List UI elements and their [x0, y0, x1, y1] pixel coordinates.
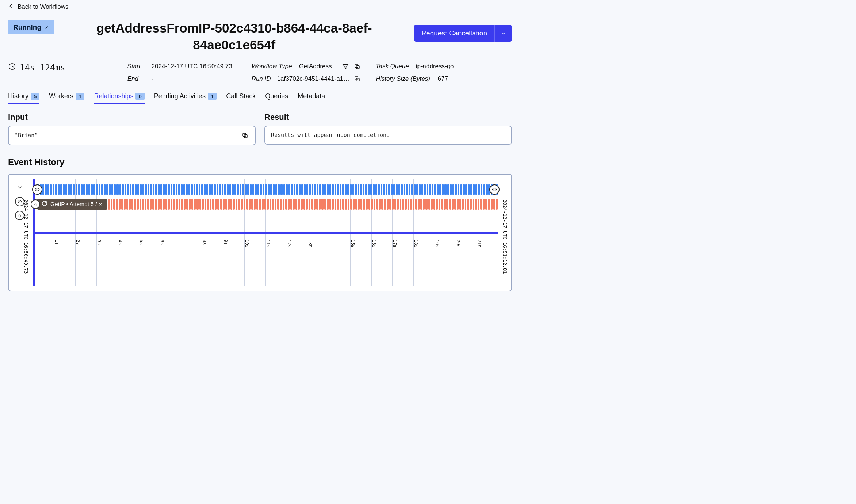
range-handle-start[interactable] [32, 184, 42, 195]
tick-label: 6s [160, 240, 165, 245]
tick-label: 1s [54, 240, 60, 245]
workflow-type-label: Workflow Type [252, 63, 295, 70]
duration: 14s 124ms [8, 62, 65, 72]
tick-label: 9s [223, 240, 229, 245]
copy-icon[interactable] [353, 62, 361, 70]
event-history-timeline: ◇ 2024-12-17 UTC 16:50:49.73 [8, 174, 512, 291]
input-box: "Brian" [8, 126, 256, 145]
timeline-baseline [33, 232, 498, 234]
duration-value: 14s 124ms [20, 63, 65, 72]
tab-metadata-label: Metadata [298, 92, 325, 100]
tab-pending-count: 1 [208, 93, 217, 100]
tick-label: 10s [244, 240, 250, 247]
run-id-label: Run ID [252, 75, 274, 83]
collapse-toggle[interactable] [16, 184, 23, 192]
svg-point-11 [494, 189, 495, 190]
start-label: Start [127, 63, 148, 70]
workflow-title: getAddressFromIP-502c4310-b864-44ca-8aef… [84, 20, 384, 53]
event-history-heading: Event History [8, 157, 512, 167]
tab-history[interactable]: History 5 [8, 92, 39, 104]
tabs: History 5 Workers 1 Relationships 0 Pend… [0, 92, 520, 104]
svg-marker-1 [343, 65, 348, 69]
workflow-type-value[interactable]: GetAddress… [299, 63, 338, 70]
workflow-track [37, 184, 498, 195]
tick-label: 18s [413, 240, 419, 247]
activity-attempt-pill[interactable]: ◇ GetIP • Attempt 5 / ∞ [37, 199, 107, 210]
tab-call-stack[interactable]: Call Stack [226, 92, 256, 104]
diamond-icon: ◇ [31, 199, 40, 209]
tick-label: 17s [392, 240, 398, 247]
tick-label: 12s [287, 240, 292, 247]
result-box: Results will appear upon completion. [264, 126, 512, 145]
range-handle-end[interactable] [489, 184, 500, 195]
request-cancellation-button[interactable]: Request Cancellation [414, 25, 494, 42]
tick-label: 19s [435, 240, 440, 247]
timeline-x-axis: 1s2s3s4s5s6s8s9s10s11s12s13s15s16s17s18s… [33, 240, 498, 250]
attempt-label: GetIP • Attempt 5 / ∞ [50, 201, 103, 207]
tab-history-label: History [8, 92, 28, 100]
timeline-end-ts: 2024-12-17 UTC 16:51:12.81 [502, 199, 508, 274]
status-label: Running [13, 24, 41, 31]
copy-icon[interactable] [241, 131, 249, 140]
tick-label: 21s [477, 240, 482, 247]
result-value: Results will appear upon completion. [271, 132, 390, 138]
svg-point-9 [18, 200, 22, 203]
end-label: End [127, 75, 148, 83]
clock-icon [8, 62, 16, 72]
tick-label: 2s [75, 240, 81, 245]
timeline-start-ts: 2024-12-17 UTC 16:50:49.73 [23, 199, 29, 274]
result-heading: Result [264, 112, 512, 122]
tab-queries[interactable]: Queries [265, 92, 288, 104]
tab-workers-count: 1 [76, 93, 84, 100]
copy-icon[interactable] [353, 75, 361, 83]
task-queue-value[interactable]: ip-address-go [416, 63, 454, 70]
tick-label: 3s [96, 240, 102, 245]
input-value: "Brian" [15, 132, 38, 139]
tab-pending-activities[interactable]: Pending Activities 1 [154, 92, 217, 104]
retry-icon [42, 201, 47, 208]
filter-icon[interactable] [341, 62, 349, 70]
chevron-left-icon [8, 3, 15, 11]
activity-track [43, 199, 498, 210]
history-size-value: 677 [438, 75, 448, 83]
back-to-workflows[interactable]: Back to Workflows [8, 3, 512, 11]
svg-point-8 [19, 201, 20, 202]
tab-queries-label: Queries [265, 92, 288, 100]
tick-label: 16s [371, 240, 377, 247]
tab-relationships-count: 0 [135, 93, 144, 100]
tab-relationships[interactable]: Relationships 0 [94, 92, 144, 104]
history-size-label: History Size (Bytes) [376, 75, 434, 83]
cancellation-menu-caret[interactable] [494, 25, 512, 42]
status-badge: Running ⟋ [8, 20, 54, 34]
tick-label: 20s [456, 240, 461, 247]
running-pulse-icon: ⟋ [44, 24, 49, 30]
tab-relationships-label: Relationships [94, 92, 133, 100]
task-queue-label: Task Queue [376, 63, 412, 70]
tab-pending-label: Pending Activities [154, 92, 206, 100]
svg-point-10 [37, 189, 38, 190]
start-value: 2024-12-17 UTC 16:50:49.73 [152, 63, 232, 70]
tick-label: 13s [308, 240, 313, 247]
tab-callstack-label: Call Stack [226, 92, 256, 100]
tick-label: 5s [139, 240, 144, 245]
tab-workers[interactable]: Workers 1 [49, 92, 84, 104]
end-value: - [152, 75, 154, 83]
tab-metadata[interactable]: Metadata [298, 92, 325, 104]
tick-label: 15s [350, 240, 356, 247]
tab-workers-label: Workers [49, 92, 73, 100]
input-heading: Input [8, 112, 256, 122]
tick-label: 4s [118, 240, 123, 245]
tab-history-count: 5 [31, 93, 39, 100]
back-link-label[interactable]: Back to Workflows [18, 3, 69, 11]
run-id-value: 1af3702c-9451-4441-a1… [277, 75, 349, 83]
tick-label: 11s [265, 240, 271, 247]
tick-label: 8s [202, 240, 207, 245]
